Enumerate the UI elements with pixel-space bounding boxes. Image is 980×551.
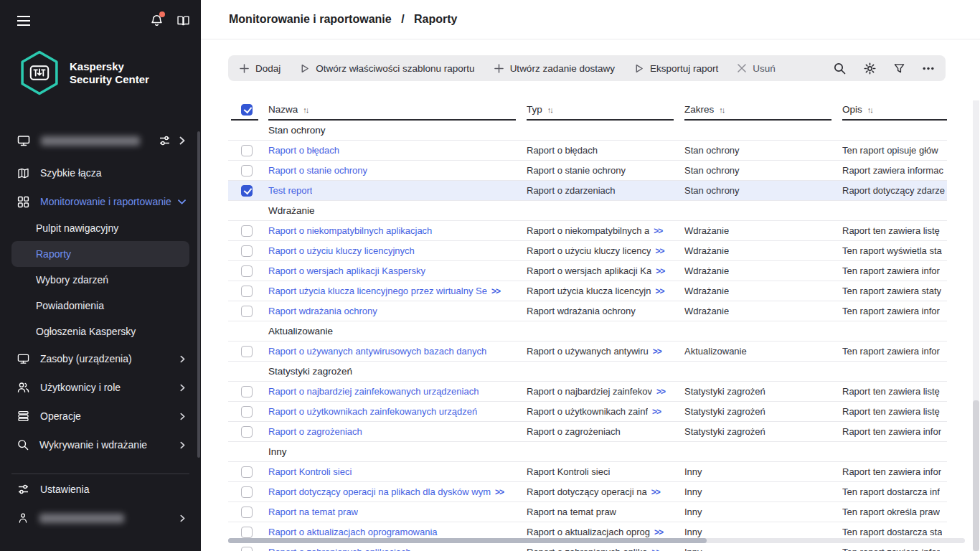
row-checkbox[interactable] — [241, 265, 253, 277]
truncation-marker[interactable]: >> — [491, 286, 500, 296]
sidebar-item-account[interactable] — [0, 504, 201, 532]
truncation-marker[interactable]: >> — [651, 487, 660, 497]
table-row-raport-o-używanych-antywirusowych-bazach-danych[interactable]: Raport o używanych antywirusowych bazach… — [228, 342, 947, 362]
report-name-link[interactable]: Raport o używanych antywirusowych bazach… — [268, 346, 527, 357]
sidebar-item-settings[interactable]: Ustawienia — [0, 475, 201, 504]
table-row-test-report[interactable]: Test reportRaport o zdarzeniachStan ochr… — [228, 181, 947, 201]
sidebar-item-operations[interactable]: Operacje — [0, 402, 201, 430]
server-selector[interactable] — [0, 130, 201, 151]
truncation-marker[interactable]: >> — [656, 266, 664, 276]
sidebar-item-event-selections[interactable]: Wybory zdarzeń — [0, 267, 201, 293]
sidebar-item-users-roles[interactable]: Użytkownicy i role — [0, 373, 201, 402]
filter-icon[interactable] — [894, 63, 905, 74]
search-icon[interactable] — [834, 62, 846, 75]
sidebar-scrollbar-thumb[interactable] — [197, 131, 200, 458]
sidebar-item-announcements[interactable]: Ogłoszenia Kaspersky — [0, 319, 201, 344]
report-name-link[interactable]: Raport Kontroli sieci — [268, 466, 527, 477]
column-header-zakres[interactable]: Zakres ↑↓ — [684, 98, 842, 121]
sidebar-item-reports[interactable]: Raporty — [11, 241, 189, 267]
column-header-nazwa[interactable]: Nazwa ↑↓ — [268, 98, 527, 121]
table-row-raport-użycia-klucza-licencyjnego-przez-wirtualny-se[interactable]: Raport użycia klucza licencyjnego przez … — [228, 281, 947, 301]
settings-icon[interactable] — [864, 62, 876, 75]
documentation-book-icon[interactable] — [177, 15, 189, 27]
row-checkbox[interactable] — [241, 185, 253, 197]
sort-icon[interactable]: ↑↓ — [547, 105, 552, 114]
sidebar-item-dashboard[interactable]: Pulpit nawigacyjny — [0, 215, 201, 241]
server-properties-sliders-icon[interactable] — [159, 135, 171, 146]
table-row-raport-dotyczący-operacji-na-plikach-dla-dysków-wym[interactable]: Raport dotyczący operacji na plikach dla… — [228, 482, 947, 502]
report-name-link[interactable]: Raport o stanie ochrony — [268, 165, 527, 176]
row-checkbox[interactable] — [241, 165, 253, 176]
sidebar-item-notifications[interactable]: Powiadomienia — [0, 293, 201, 319]
truncation-marker[interactable]: >> — [495, 487, 504, 497]
row-checkbox[interactable] — [241, 547, 253, 551]
report-name-link[interactable]: Raport wdrażania ochrony — [268, 306, 527, 316]
sort-icon[interactable]: ↑↓ — [719, 105, 724, 114]
sidebar-item-quick-links[interactable]: Szybkie łącza — [0, 161, 201, 185]
column-header-opis[interactable]: Opis ↑↓ — [842, 98, 947, 121]
row-checkbox[interactable] — [241, 145, 253, 156]
table-row-raport-o-użyciu-kluczy-licencyjnych[interactable]: Raport o użyciu kluczy licencyjnychRapor… — [228, 241, 947, 261]
report-name-link[interactable]: Raport o użyciu kluczy licencyjnych — [268, 245, 527, 256]
truncation-marker[interactable]: >> — [656, 387, 665, 397]
toolbar-button-usuń[interactable]: Usuń — [738, 63, 776, 74]
report-name-link[interactable]: Raport o najbardziej zainfekowanych urzą… — [268, 386, 527, 397]
report-name-link[interactable]: Raport o wersjach aplikacji Kaspersky — [268, 265, 527, 276]
vertical-scrollbar[interactable] — [973, 100, 979, 551]
report-name-link[interactable]: Raport o zabronionych aplikacjach — [268, 547, 527, 551]
table-row-raport-kontroli-sieci[interactable]: Raport Kontroli sieciRaport Kontroli sie… — [228, 462, 947, 482]
truncation-marker[interactable]: >> — [654, 226, 662, 236]
truncation-marker[interactable]: >> — [655, 246, 664, 256]
sidebar-item-devices[interactable]: Zasoby (urządzenia) — [0, 344, 201, 373]
hamburger-menu-icon[interactable] — [17, 16, 30, 26]
notifications-bell-icon[interactable] — [151, 14, 163, 27]
row-checkbox[interactable] — [241, 486, 253, 498]
breadcrumb-section[interactable]: Monitorowanie i raportowanie — [229, 13, 392, 25]
report-name-link[interactable]: Raport o błędach — [268, 145, 527, 156]
row-checkbox[interactable] — [241, 527, 253, 538]
table-row-raport-o-zabronionych-aplikacjach[interactable]: Raport o zabronionych aplikacjachRaport … — [228, 542, 947, 551]
report-name-link[interactable]: Raport o niekompatybilnych aplikacjach — [268, 225, 527, 236]
table-row-raport-o-wersjach-aplikacji-kaspersky[interactable]: Raport o wersjach aplikacji KasperskyRap… — [228, 261, 947, 281]
truncation-marker[interactable]: >> — [655, 286, 664, 296]
row-checkbox[interactable] — [241, 386, 253, 397]
sort-icon[interactable]: ↑↓ — [303, 105, 308, 114]
select-all-checkbox[interactable] — [241, 104, 253, 116]
table-row-raport-o-stanie-ochrony[interactable]: Raport o stanie ochronyRaport o stanie o… — [228, 161, 947, 181]
truncation-marker[interactable]: >> — [651, 547, 660, 551]
row-checkbox[interactable] — [241, 286, 253, 297]
row-checkbox[interactable] — [241, 346, 253, 357]
toolbar-button-eksportuj-raport[interactable]: Eksportuj raport — [634, 63, 718, 74]
sidebar-item-monitoring[interactable]: Monitorowanie i raportowanie — [0, 188, 201, 215]
horizontal-scrollbar-thumb[interactable] — [228, 538, 707, 543]
row-checkbox[interactable] — [241, 466, 253, 478]
row-checkbox[interactable] — [241, 306, 253, 317]
row-checkbox[interactable] — [241, 245, 253, 257]
table-row-raport-na-temat-praw[interactable]: Raport na temat prawRaport na temat praw… — [228, 502, 947, 522]
toolbar-button-dodaj[interactable]: Dodaj — [240, 63, 281, 74]
table-row-raport-wdrażania-ochrony[interactable]: Raport wdrażania ochronyRaport wdrażania… — [228, 301, 947, 321]
table-row-raport-o-niekompatybilnych-aplikacjach[interactable]: Raport o niekompatybilnych aplikacjachRa… — [228, 221, 947, 241]
table-row-raport-o-użytkownikach-zainfekowanych-urządzeń[interactable]: Raport o użytkownikach zainfekowanych ur… — [228, 402, 947, 422]
table-row-raport-o-najbardziej-zainfekowanych-urządzeniach[interactable]: Raport o najbardziej zainfekowanych urzą… — [228, 382, 947, 402]
truncation-marker[interactable]: >> — [654, 527, 663, 537]
row-checkbox[interactable] — [241, 225, 253, 237]
report-name-link[interactable]: Raport na temat praw — [268, 507, 527, 517]
report-name-link[interactable]: Raport o użytkownikach zainfekowanych ur… — [268, 406, 527, 417]
toolbar-button-otwórz-właściwości-szablonu-raportu[interactable]: Otwórz właściwości szablonu raportu — [300, 63, 474, 74]
table-row-raport-o-błędach[interactable]: Raport o błędachRaport o błędachStan och… — [228, 141, 947, 161]
report-name-link[interactable]: Test report — [268, 185, 527, 196]
vertical-scrollbar-thumb[interactable] — [973, 400, 979, 551]
row-checkbox[interactable] — [241, 507, 253, 518]
report-name-link[interactable]: Raport użycia klucza licencyjnego przez … — [268, 286, 527, 296]
report-name-link[interactable]: Raport o aktualizacjach oprogramowania — [268, 527, 527, 537]
truncation-marker[interactable]: >> — [653, 347, 661, 357]
more-icon[interactable] — [923, 67, 934, 70]
sort-icon[interactable]: ↑↓ — [867, 105, 872, 114]
report-name-link[interactable]: Raport o zagrożeniach — [268, 426, 527, 437]
toolbar-button-utwórz-zadanie-dostawy[interactable]: Utwórz zadanie dostawy — [494, 63, 615, 74]
sidebar-item-discovery[interactable]: Wykrywanie i wdrażanie — [0, 430, 201, 459]
table-row-raport-o-zagrożeniach[interactable]: Raport o zagrożeniachRaport o zagrożenia… — [228, 422, 947, 442]
row-checkbox[interactable] — [241, 426, 253, 438]
horizontal-scrollbar[interactable] — [228, 538, 965, 543]
